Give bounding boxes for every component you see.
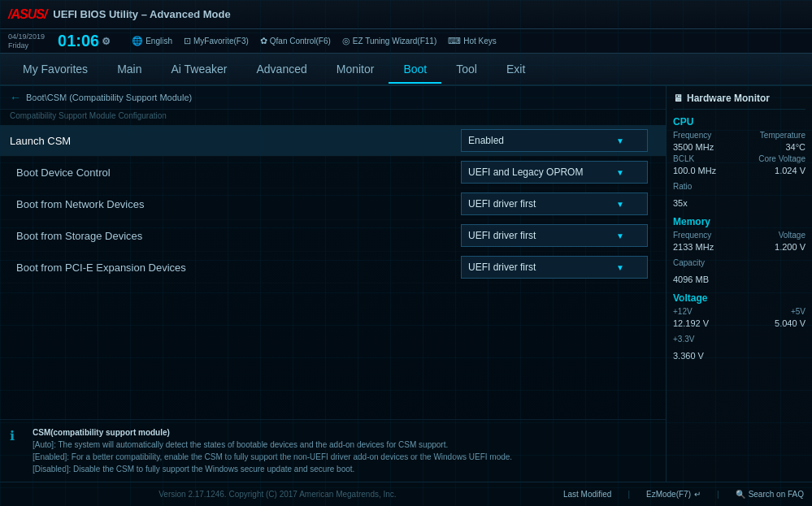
cpu-temperature-value: 34°C [785, 142, 805, 152]
v33-label-row: +3.3V [673, 331, 805, 345]
search-faq-label: Search on FAQ [749, 490, 804, 499]
tab-monitor[interactable]: Monitor [322, 56, 389, 82]
volt-12v-label-row: +12V +5V [673, 307, 805, 316]
tab-my-favorites[interactable]: My Favorites [8, 56, 102, 82]
core-voltage-label: Core Voltage [758, 154, 805, 163]
boot-pcie-dropdown[interactable]: UEFI driver first ▼ [461, 256, 648, 279]
footer-separator-1: | [627, 490, 630, 499]
header-bar: /ASUS/ UEFI BIOS Utility – Advanced Mode [0, 0, 812, 29]
tab-boot[interactable]: Boot [389, 56, 441, 84]
cpu-frequency-value-row: 3500 MHz 34°C [673, 142, 805, 152]
voltage-section-title: Voltage [673, 292, 805, 304]
boot-network-value-container: UEFI driver first ▼ [461, 192, 656, 215]
mem-frequency-label: Frequency [673, 231, 711, 240]
favorite-icon: ⊡ [184, 36, 191, 46]
language-selector[interactable]: 🌐 English [132, 36, 172, 46]
memory-section-title: Memory [673, 216, 805, 227]
launch-csm-value-container: Enabled ▼ [461, 129, 656, 152]
hw-monitor-panel: 🖥 Hardware Monitor CPU Frequency Tempera… [666, 86, 812, 482]
setting-row-boot-pcie[interactable]: Boot from PCI-E Expansion Devices UEFI d… [0, 252, 666, 283]
info-line-2: [Enabled]: For a better compatibility, e… [33, 451, 512, 463]
bios-title: UEFI BIOS Utility – Advanced Mode [53, 8, 230, 20]
volt-12v-value-row: 12.192 V 5.040 V [673, 318, 805, 328]
v12-label: +12V [673, 307, 693, 316]
mem-capacity-label-row: Capacity [673, 254, 805, 269]
tab-ai-tweaker[interactable]: Ai Tweaker [156, 56, 241, 82]
datetime-bar: 04/19/2019 Friday 01:06 ⚙ 🌐 English ⊡ My… [0, 29, 812, 54]
monitor-icon: 🖥 [673, 93, 683, 104]
date-display: 04/19/2019 [8, 32, 45, 41]
main-layout: ← Boot\CSM (Compatibility Support Module… [0, 86, 812, 482]
cpu-frequency-row: Frequency Temperature [673, 131, 805, 140]
boot-network-dropdown[interactable]: UEFI driver first ▼ [461, 192, 648, 215]
dropdown-arrow-icon: ▼ [616, 231, 624, 240]
bclk-label: BCLK [673, 154, 694, 163]
mem-capacity-value: 4096 MB [673, 275, 709, 284]
qfan-tool[interactable]: ✿ Qfan Control(F6) [260, 36, 331, 46]
mem-freq-label-row: Frequency Voltage [673, 231, 805, 240]
info-line-1: [Auto]: The system will automatically de… [33, 439, 512, 451]
ez-tuning-label: EZ Tuning Wizard(F11) [353, 37, 436, 45]
boot-pcie-selected: UEFI driver first [468, 262, 536, 273]
globe-icon: 🌐 [132, 36, 143, 46]
tab-tool[interactable]: Tool [441, 56, 492, 82]
tab-main[interactable]: Main [102, 56, 156, 82]
content-area: ← Boot\CSM (Compatibility Support Module… [0, 86, 666, 482]
boot-device-control-dropdown[interactable]: UEFI and Legacy OPROM ▼ [461, 161, 648, 184]
v5-label: +5V [791, 307, 805, 316]
breadcrumb: ← Boot\CSM (Compatibility Support Module… [0, 86, 666, 110]
tab-exit[interactable]: Exit [492, 56, 540, 82]
dropdown-arrow-icon: ▼ [616, 263, 624, 272]
dropdown-arrow-icon: ▼ [616, 200, 624, 209]
setting-row-launch-csm[interactable]: Launch CSM Enabled ▼ [0, 125, 666, 157]
keyboard-icon: ⌨ [448, 36, 461, 46]
bclk-row: BCLK Core Voltage [673, 154, 805, 163]
dropdown-arrow-icon: ▼ [616, 136, 624, 145]
info-text-block: CSM(compatibility support module) [Auto]… [33, 426, 512, 475]
time-value: 01:06 [58, 32, 99, 50]
hotkeys-label: Hot Keys [463, 37, 497, 45]
ez-mode-button[interactable]: EzMode(F7) ↵ [646, 490, 701, 499]
boot-pcie-label: Boot from PCI-E Expansion Devices [16, 262, 461, 274]
toolbar-tools: 🌐 English ⊡ MyFavorite(F3) ✿ Qfan Contro… [132, 36, 497, 46]
breadcrumb-subtitle: Compatibility Support Module Configurati… [0, 110, 666, 122]
cpu-section-title: CPU [673, 116, 805, 128]
mem-frequency-value: 2133 MHz [673, 242, 714, 252]
boot-storage-selected: UEFI driver first [468, 230, 536, 241]
boot-network-selected: UEFI driver first [468, 198, 536, 210]
mem-capacity-label: Capacity [673, 258, 705, 267]
myfavorite-tool[interactable]: ⊡ MyFavorite(F3) [184, 36, 249, 46]
setting-row-boot-network[interactable]: Boot from Network Devices UEFI driver fi… [0, 188, 666, 220]
setting-row-boot-storage[interactable]: Boot from Storage Devices UEFI driver fi… [0, 220, 666, 252]
qfan-label: Qfan Control(F6) [270, 37, 331, 45]
breadcrumb-path: Boot\CSM (Compatibility Support Module) [26, 93, 192, 102]
ratio-label: Ratio [673, 182, 692, 191]
time-display: 01:06 ⚙ [58, 32, 111, 50]
boot-device-control-selected: UEFI and Legacy OPROM [468, 167, 583, 178]
boot-storage-label: Boot from Storage Devices [16, 230, 461, 242]
last-modified-label: Last Modified [563, 490, 611, 499]
tab-advanced[interactable]: Advanced [241, 56, 321, 82]
mem-voltage-label: Voltage [779, 231, 805, 240]
search-icon: 🔍 [736, 490, 745, 499]
cpu-temperature-label: Temperature [760, 131, 805, 140]
info-area: ℹ CSM(compatibility support module) [Aut… [0, 419, 666, 482]
ez-tuning-tool[interactable]: ◎ EZ Tuning Wizard(F11) [342, 36, 436, 46]
cpu-frequency-value: 3500 MHz [673, 142, 714, 152]
wizard-icon: ◎ [342, 36, 350, 46]
boot-storage-dropdown[interactable]: UEFI driver first ▼ [461, 224, 648, 247]
day-display: Friday [8, 41, 45, 50]
boot-network-label: Boot from Network Devices [16, 198, 461, 210]
settings-icon[interactable]: ⚙ [102, 36, 111, 47]
core-voltage-value: 1.024 V [775, 166, 805, 175]
last-modified-item: Last Modified [563, 490, 611, 499]
hotkeys-tool[interactable]: ⌨ Hot Keys [448, 36, 497, 46]
hw-monitor-title: 🖥 Hardware Monitor [673, 93, 805, 110]
back-arrow-icon[interactable]: ← [10, 91, 21, 104]
launch-csm-dropdown[interactable]: Enabled ▼ [461, 129, 648, 152]
search-faq-button[interactable]: 🔍 Search on FAQ [736, 490, 804, 499]
myfavorite-label: MyFavorite(F3) [193, 37, 249, 45]
boot-device-control-value-container: UEFI and Legacy OPROM ▼ [461, 161, 656, 184]
setting-row-boot-device-control[interactable]: Boot Device Control UEFI and Legacy OPRO… [0, 157, 666, 188]
mem-voltage-value: 1.200 V [775, 242, 805, 252]
